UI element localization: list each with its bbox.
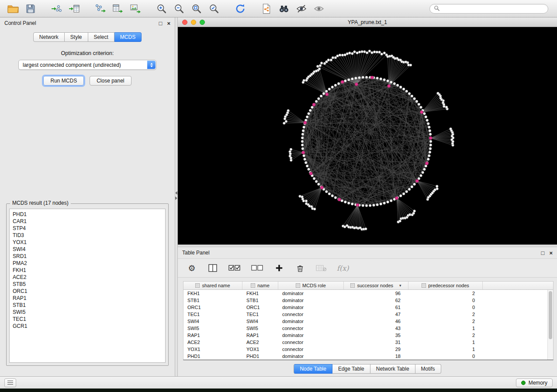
- cell[interactable]: dominator: [278, 297, 344, 304]
- table-row[interactable]: ACE2ACE2connector311: [183, 339, 553, 346]
- cell[interactable]: dominator: [278, 290, 344, 297]
- column-header-shared-name[interactable]: shared name: [183, 282, 242, 289]
- mcds-result-list[interactable]: PHD1CAR1STP4TID3YOX1SWI4SRD1PMA2FKH1ACE2…: [9, 209, 166, 363]
- float-panel-icon[interactable]: □: [159, 21, 163, 26]
- cell[interactable]: 2: [408, 332, 483, 339]
- cell[interactable]: 31: [344, 339, 408, 346]
- close-panel-icon[interactable]: ×: [167, 21, 170, 26]
- cell[interactable]: 2: [408, 318, 483, 325]
- list-item[interactable]: PHD1: [13, 211, 162, 218]
- network-canvas[interactable]: [178, 27, 557, 244]
- list-item[interactable]: SWI5: [13, 309, 162, 316]
- cell[interactable]: YOX1: [242, 346, 278, 353]
- cell[interactable]: TEC1: [183, 311, 242, 318]
- cell[interactable]: 96: [344, 290, 408, 297]
- save-session-icon[interactable]: [24, 2, 38, 15]
- cell[interactable]: dominator: [278, 332, 344, 339]
- minimize-window-icon[interactable]: [191, 20, 196, 25]
- cell[interactable]: 0: [408, 304, 483, 311]
- dropdown-stepper-icon[interactable]: [147, 61, 156, 69]
- tab-edge-table[interactable]: Edge Table: [332, 364, 370, 374]
- add-row-icon[interactable]: [274, 262, 284, 274]
- tab-motifs[interactable]: Motifs: [415, 364, 441, 374]
- table-row[interactable]: PHD1PHD1dominator180: [183, 353, 553, 360]
- cell[interactable]: 35: [344, 332, 408, 339]
- search-box[interactable]: [429, 4, 548, 14]
- column-menu-icon[interactable]: [195, 283, 200, 288]
- table-row[interactable]: SWI5SWI5connector431: [183, 325, 553, 332]
- cell[interactable]: dominator: [278, 304, 344, 311]
- cell[interactable]: STB1: [242, 297, 278, 304]
- table-row[interactable]: FKH1FKH1dominator962: [183, 290, 553, 297]
- cell[interactable]: connector: [278, 346, 344, 353]
- cell[interactable]: connector: [278, 339, 344, 346]
- cell[interactable]: ACE2: [183, 339, 242, 346]
- cell[interactable]: dominator: [278, 353, 344, 360]
- cell[interactable]: 62: [344, 297, 408, 304]
- column-menu-icon[interactable]: [251, 283, 255, 288]
- import-network-icon[interactable]: [50, 2, 64, 15]
- cell[interactable]: 1: [408, 325, 483, 332]
- close-table-panel-icon[interactable]: ×: [549, 250, 553, 256]
- column-header-mcds-role[interactable]: MCDS role: [278, 282, 344, 289]
- zoom-fit-icon[interactable]: [190, 2, 204, 15]
- criterion-dropdown[interactable]: largest connected component (undirected): [18, 60, 156, 70]
- chevron-down-icon[interactable]: ▾: [399, 283, 401, 288]
- cell[interactable]: dominator: [278, 318, 344, 325]
- import-table-icon[interactable]: [67, 2, 81, 15]
- cell[interactable]: FKH1: [183, 290, 242, 297]
- list-item[interactable]: ACE2: [13, 274, 162, 281]
- delete-row-icon[interactable]: [295, 262, 305, 274]
- search-network-icon[interactable]: [277, 2, 291, 15]
- search-input[interactable]: [442, 6, 544, 12]
- network-graph[interactable]: [178, 27, 557, 244]
- cell[interactable]: 47: [344, 311, 408, 318]
- list-item[interactable]: FKH1: [13, 267, 162, 274]
- list-item[interactable]: STP4: [13, 225, 162, 232]
- scrollbar-thumb[interactable]: [549, 291, 552, 339]
- splitter-expand-right-icon[interactable]: [175, 196, 177, 200]
- tab-style[interactable]: Style: [65, 32, 88, 42]
- list-item[interactable]: TID3: [13, 232, 162, 239]
- vertical-splitter[interactable]: [175, 17, 178, 376]
- zoom-in-icon[interactable]: [155, 2, 169, 15]
- column-menu-icon[interactable]: [350, 283, 355, 288]
- share-document-icon[interactable]: [259, 2, 273, 15]
- cell[interactable]: 61: [344, 304, 408, 311]
- column-header-successor-nodes[interactable]: successor nodes▾: [344, 282, 408, 289]
- cell[interactable]: RAP1: [183, 332, 242, 339]
- memory-button[interactable]: Memory: [516, 378, 553, 387]
- export-table-icon[interactable]: [111, 2, 125, 15]
- table-scrollbar[interactable]: [547, 290, 553, 360]
- table-row[interactable]: RAP1RAP1dominator352: [183, 332, 553, 339]
- tab-node-table[interactable]: Node Table: [294, 364, 332, 374]
- cell[interactable]: SWI4: [242, 318, 278, 325]
- tab-mcds[interactable]: MCDS: [114, 32, 142, 42]
- apply-layout-icon[interactable]: [233, 2, 247, 15]
- list-item[interactable]: GCR1: [13, 323, 162, 330]
- tab-network[interactable]: Network: [33, 32, 65, 42]
- list-item[interactable]: TEC1: [13, 316, 162, 323]
- cell[interactable]: 0: [408, 353, 483, 360]
- float-table-panel-icon[interactable]: □: [541, 250, 545, 256]
- settings-icon[interactable]: ⚙: [187, 262, 197, 274]
- list-item[interactable]: RAP1: [13, 295, 162, 302]
- zoom-selected-icon[interactable]: [207, 2, 221, 15]
- cell[interactable]: 46: [344, 318, 408, 325]
- hide-graphics-details-icon[interactable]: [294, 2, 308, 15]
- column-header-predecessor-nodes[interactable]: predecessor nodes: [408, 282, 483, 289]
- cell[interactable]: 2: [408, 290, 483, 297]
- list-item[interactable]: SWI4: [13, 246, 162, 253]
- deselect-all-icon[interactable]: [251, 262, 263, 274]
- table-row[interactable]: YOX1YOX1connector291: [183, 346, 553, 353]
- cell[interactable]: RAP1: [242, 332, 278, 339]
- run-mcds-button[interactable]: Run MCDS: [43, 76, 84, 86]
- column-menu-icon[interactable]: [422, 283, 426, 288]
- export-image-icon[interactable]: [128, 2, 142, 15]
- column-menu-icon[interactable]: [296, 283, 300, 288]
- tab-network-table[interactable]: Network Table: [370, 364, 415, 374]
- cell[interactable]: ORC1: [242, 304, 278, 311]
- show-graphics-details-icon[interactable]: [312, 2, 326, 15]
- cell[interactable]: SWI4: [183, 318, 242, 325]
- cell[interactable]: SWI5: [183, 325, 242, 332]
